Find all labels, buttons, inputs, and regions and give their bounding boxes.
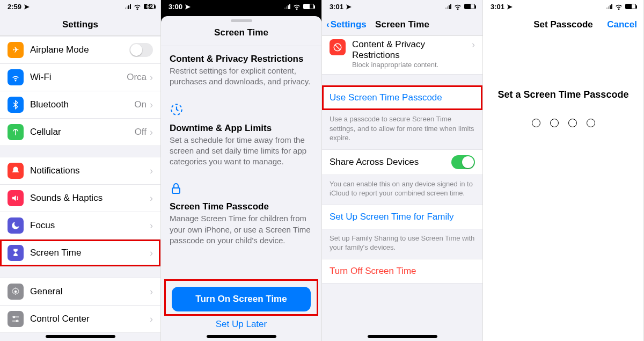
antenna-icon [8, 124, 24, 140]
row-airplane-mode[interactable]: ✈︎ Airplane Mode [0, 37, 160, 64]
panel-set-passcode: 3:01➤ Set Passcode Cancel Set a Screen T… [483, 0, 644, 341]
row-label: Cellular [30, 127, 135, 137]
cancel-button[interactable]: Cancel [607, 19, 637, 30]
airplane-toggle[interactable] [129, 43, 153, 57]
status-bar: 2:59➤ 62 [0, 0, 160, 13]
status-bar: 3:01➤ [322, 0, 482, 13]
location-icon: ➤ [507, 3, 513, 11]
row-share-devices[interactable]: Share Across Devices [322, 150, 482, 175]
nav-title-text: Set Passcode [533, 19, 593, 30]
row-label: Wi-Fi [30, 72, 127, 83]
row-sounds[interactable]: Sounds & Haptics › [0, 185, 160, 212]
speaker-icon [8, 190, 24, 206]
row-bluetooth[interactable]: Bluetooth On › [0, 91, 160, 119]
family-desc: Set up Family Sharing to use Screen Time… [322, 229, 482, 259]
battery-icon [464, 4, 475, 9]
modal-sheet: Screen Time Content & Privacy Restrictio… [161, 16, 321, 341]
turn-on-button[interactable]: Turn On Screen Time [172, 287, 311, 311]
timer-icon [170, 103, 313, 120]
row-label: Sounds & Haptics [30, 193, 150, 204]
panel-screentime-onboard: 3:00➤ Screen Time Content & Privacy Rest… [161, 0, 322, 341]
back-label: Settings [331, 19, 367, 30]
row-label: Notifications [30, 165, 150, 176]
svg-point-1 [15, 80, 16, 81]
passcode-dots [532, 119, 595, 127]
row-content-privacy[interactable]: Content & Privacy Restrictions Block ina… [322, 36, 482, 74]
row-screen-time[interactable]: Screen Time › [0, 240, 160, 266]
chevron-icon: › [150, 314, 153, 325]
share-group: Share Across Devices [322, 149, 482, 175]
row-wifi[interactable]: Wi-Fi Orca › [0, 64, 160, 91]
panel-settings: 2:59➤ 62 Settings ✈︎ Airplane Mode Wi-Fi… [0, 0, 161, 341]
family-button[interactable]: Set Up Screen Time for Family [322, 205, 482, 229]
passcode-dot [550, 119, 559, 127]
settings-group-network: ✈︎ Airplane Mode Wi-Fi Orca › Bluetooth … [0, 36, 160, 146]
wifi-icon [8, 69, 24, 85]
wifi-icon [614, 1, 624, 12]
nav-bar: Set Passcode Cancel [483, 13, 643, 35]
share-desc: You can enable this on any device signed… [322, 175, 482, 205]
chevron-icon: › [150, 127, 153, 138]
row-label: Control Center [30, 314, 150, 324]
row-label: Focus [30, 220, 150, 231]
row-general[interactable]: General › [0, 278, 160, 306]
row-value: On [134, 99, 147, 110]
passcode-dot [532, 119, 540, 127]
gear-icon [8, 284, 24, 300]
cell-signal-icon [284, 4, 290, 9]
battery-icon [303, 4, 314, 9]
chevron-icon: › [150, 165, 153, 177]
sheet-title: Screen Time [161, 22, 321, 46]
home-indicator [368, 335, 437, 338]
nav-title: Settings [0, 13, 160, 36]
cell-signal-icon [125, 4, 131, 9]
feature-heading: Content & Privacy Restrictions [170, 54, 313, 64]
feature-heading: Downtime & App Limits [170, 123, 313, 134]
chevron-icon: › [150, 220, 153, 231]
status-time: 3:00 [169, 3, 182, 11]
svg-point-11 [618, 9, 619, 10]
row-notifications[interactable]: Notifications › [0, 157, 160, 185]
lock-icon [170, 182, 313, 198]
share-toggle[interactable] [451, 155, 475, 169]
turn-on-highlight: Turn On Screen Time [164, 279, 318, 316]
row-label: Screen Time [30, 248, 150, 258]
svg-point-9 [457, 9, 458, 10]
feature-downtime: Downtime & App Limits Set a schedule for… [161, 88, 321, 168]
svg-point-6 [296, 9, 297, 10]
back-button[interactable]: ‹Settings [326, 19, 367, 30]
svg-rect-8 [172, 188, 180, 193]
settings-group-general: General › Control Center › AA Display & … [0, 278, 160, 333]
feature-desc: Restrict settings for explicit content, … [170, 66, 313, 88]
location-icon: ➤ [346, 3, 352, 11]
status-bar: 3:00➤ [161, 0, 321, 13]
row-control-center[interactable]: Control Center › [0, 306, 160, 333]
airplane-icon: ✈︎ [8, 42, 24, 58]
chevron-icon: › [472, 39, 475, 50]
passcode-entry: Set a Screen Time Passcode [483, 35, 643, 341]
home-indicator [46, 335, 115, 338]
sliders-icon [8, 311, 24, 327]
cell-signal-icon [606, 4, 612, 9]
row-focus[interactable]: Focus › [0, 212, 160, 240]
use-passcode-button[interactable]: Use Screen Time Passcode [322, 86, 482, 110]
feature-heading: Screen Time Passcode [170, 201, 313, 212]
passcode-dot [568, 119, 577, 127]
row-label: Share Across Devices [330, 157, 451, 168]
svg-point-2 [15, 129, 16, 130]
set-up-later-button[interactable]: Set Up Later [161, 316, 321, 333]
home-indicator [207, 335, 276, 338]
feature-desc: Set a schedule for time away from the sc… [170, 135, 313, 168]
bell-icon [8, 163, 24, 179]
settings-group-attention: Notifications › Sounds & Haptics › Focus… [0, 157, 160, 267]
status-time: 3:01 [491, 3, 504, 11]
nav-title-text: Screen Time [375, 19, 429, 30]
chevron-icon: › [150, 286, 153, 298]
turnoff-group: Turn Off Screen Time [322, 259, 482, 284]
status-time: 2:59 [8, 3, 21, 11]
row-cellular[interactable]: Cellular Off › [0, 119, 160, 146]
panel-screentime-settings: 3:01➤ ‹Settings Screen Time Content & Pr… [322, 0, 483, 341]
chevron-icon: › [150, 72, 153, 83]
row-sublabel: Block inappropriate content. [352, 61, 472, 69]
turn-off-button[interactable]: Turn Off Screen Time [322, 259, 482, 283]
